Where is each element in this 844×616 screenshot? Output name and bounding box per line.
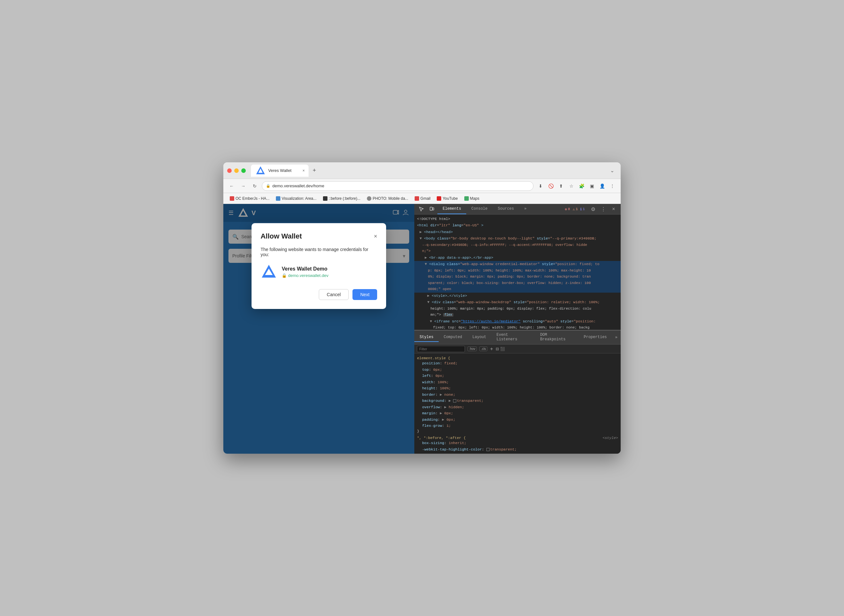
cancel-button[interactable]: Cancel [319, 289, 349, 300]
bookmark-favicon-photo [367, 196, 371, 201]
download-button[interactable]: ⬇ [536, 182, 545, 191]
code-line: <html dir="ltr" lang="en-US" > [414, 222, 621, 229]
screenshot-icon-button[interactable]: ⬛ [500, 347, 505, 351]
bookmark-label-viz: Visualization: Area... [282, 196, 316, 201]
share-button[interactable]: ⬆ [557, 182, 566, 191]
modal-header: Allow Wallet × [260, 232, 377, 241]
tab-event-listeners[interactable]: Event Listeners [491, 331, 535, 344]
title-bar: Veres Wallet × + ⌄ [223, 162, 621, 179]
tab-elements[interactable]: Elements [437, 204, 466, 214]
code-line: height: 100%; margin: 0px; padding: 0px;… [414, 306, 621, 312]
modal-actions: Cancel Next [260, 289, 377, 300]
devtools-close-button[interactable]: × [609, 205, 618, 214]
error-icon: ⊗ [565, 207, 567, 211]
bookmark-label-emberjs: OC EmberJs - HA... [235, 196, 269, 201]
info-count: ℹ 1 [580, 207, 585, 211]
tab-close-button[interactable]: × [303, 169, 305, 173]
site-info: Veres Wallet Demo 🔒 demo.vereswallet.dev [260, 264, 377, 280]
devtools-panel: Elements Console Sources » ⊗ 8 ⚠ 1 ℹ [414, 204, 621, 454]
bookmark-gmail[interactable]: Gmail [412, 196, 433, 201]
modal-close-button[interactable]: × [374, 233, 378, 240]
minimize-window-button[interactable] [234, 169, 239, 173]
sidebar-button[interactable]: ▣ [587, 182, 596, 191]
bookmark-photo[interactable]: PHOTO: Mobile da... [364, 196, 411, 201]
tab-console[interactable]: Console [466, 204, 493, 214]
code-line: ▶ <br-app data-v-app>…</br-app> [414, 255, 621, 261]
forward-button[interactable]: → [239, 182, 248, 191]
devtools-toolbar: Elements Console Sources » ⊗ 8 ⚠ 1 ℹ [414, 204, 621, 214]
bottom-tabs: Styles Computed Layout Event Listeners D… [414, 331, 621, 345]
tab-favicon-icon [255, 165, 266, 176]
bookmark-button[interactable]: ☆ [567, 182, 576, 191]
code-line: mn;"> flex [414, 312, 621, 318]
devtools-badges: ⊗ 8 ⚠ 1 ℹ 1 [565, 207, 587, 211]
bottom-panel: Styles Computed Layout Event Listeners D… [414, 330, 621, 454]
site-details: Veres Wallet Demo 🔒 demo.vereswallet.dev [282, 266, 328, 278]
bookmark-emberjs[interactable]: OC EmberJs - HA... [227, 196, 272, 201]
code-line: n;"> [414, 248, 621, 255]
address-bar[interactable]: 🔒 demo.vereswallet.dev/home [262, 181, 534, 191]
filter-bar: :hov .cls + ⊟ ⬛ [414, 345, 621, 353]
back-button[interactable]: ← [227, 182, 236, 191]
tab-sources[interactable]: Sources [493, 204, 519, 214]
next-button[interactable]: Next [353, 289, 377, 300]
close-window-button[interactable] [227, 169, 232, 173]
pseudo-classes-button[interactable]: :hov [468, 346, 477, 351]
bookmark-label-maps: Maps [470, 196, 479, 201]
site-logo-icon [260, 264, 277, 280]
bookmark-before[interactable]: ::before (:before)... [321, 196, 363, 201]
devtools-more-button[interactable]: ⋮ [599, 205, 608, 214]
bookmark-maps[interactable]: Maps [462, 196, 482, 201]
bookmark-favicon-youtube [437, 196, 441, 201]
bookmarks-bar: OC EmberJs - HA... Visualization: Area..… [223, 193, 621, 204]
toggle-cls-button[interactable]: .cls [479, 346, 487, 351]
tab-computed[interactable]: Computed [439, 333, 468, 342]
code-line: 0000;" open [414, 286, 621, 293]
filter-icons: ⊟ ⬛ [496, 347, 505, 351]
more-tabs-button[interactable]: » [519, 204, 532, 214]
tab-layout[interactable]: Layout [467, 333, 491, 342]
lock-green-icon: 🔒 [282, 273, 287, 278]
no-image-button[interactable]: 🚫 [546, 182, 555, 191]
menu-button[interactable]: ⋮ [608, 182, 617, 191]
code-area[interactable]: <!DOCTYPE html> <html dir="ltr" lang="en… [414, 214, 621, 330]
bookmark-youtube[interactable]: YouTube [434, 196, 460, 201]
styles-filter-input[interactable] [417, 346, 465, 352]
code-line-dialog: ▼ <dialog class="web-app-window credenti… [414, 261, 621, 267]
modal-description: The following website wants to manage cr… [260, 247, 377, 257]
maximize-window-button[interactable] [241, 169, 246, 173]
site-url: 🔒 demo.vereswallet.dev [282, 273, 328, 278]
bookmark-favicon-gmail [415, 196, 419, 201]
tab-title: Veres Wallet [268, 168, 301, 173]
inspector-icon [419, 207, 424, 212]
extensions-button[interactable]: 🧩 [577, 182, 586, 191]
bookmark-visualization[interactable]: Visualization: Area... [273, 196, 319, 201]
lock-icon: 🔒 [266, 184, 271, 188]
active-tab[interactable]: Veres Wallet × [251, 164, 309, 177]
tab-properties[interactable]: Properties [579, 333, 612, 342]
tab-styles[interactable]: Styles [414, 333, 438, 342]
new-tab-button[interactable]: + [310, 166, 319, 175]
devtools-settings-button[interactable]: ⚙ [589, 205, 598, 214]
reload-button[interactable]: ↻ [250, 182, 259, 191]
content-area: ☰ V [223, 204, 621, 454]
device-toolbar-button[interactable] [427, 205, 436, 214]
devtools-main-tabs: Elements Console Sources » [437, 204, 563, 214]
tab-dom-breakpoints[interactable]: DOM Breakpoints [535, 331, 579, 344]
bookmark-label-gmail: Gmail [421, 196, 430, 201]
add-style-rule-button[interactable]: + [490, 346, 493, 352]
browser-window: Veres Wallet × + ⌄ ← → ↻ 🔒 demo.vereswal… [223, 162, 621, 454]
color-swatch-webkit [487, 448, 490, 451]
layout-icon-button[interactable]: ⊟ [496, 347, 499, 351]
device-icon [429, 207, 434, 212]
universal-style-rule: *, *:before, *:after { <style> box-sizin… [417, 436, 618, 454]
bookmark-label-before: ::before (:before)... [329, 196, 360, 201]
color-swatch-background [453, 399, 456, 402]
bookmark-favicon-viz [276, 196, 280, 201]
inspector-tool-button[interactable] [417, 205, 426, 214]
info-icon: ℹ [580, 207, 582, 211]
code-line: ▼ <div class="web-app-window-backdrop" s… [414, 299, 621, 305]
code-line: sparent; color: black; box-sizing: borde… [414, 280, 621, 286]
profile-button[interactable]: 👤 [598, 182, 607, 191]
bottom-more-tabs[interactable]: » [612, 333, 621, 342]
